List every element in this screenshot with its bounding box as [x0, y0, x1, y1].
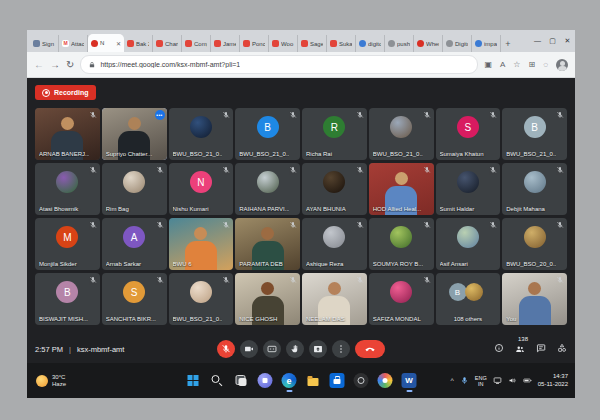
- word-app-icon[interactable]: [402, 373, 417, 388]
- taskview-app-icon[interactable]: [234, 373, 249, 388]
- participant-tile[interactable]: BBISWAJIT MISH...: [35, 273, 100, 325]
- browser-tab[interactable]: Sign i: [30, 35, 59, 52]
- participant-tile[interactable]: AArnab Sarkar: [102, 218, 167, 270]
- participant-tile[interactable]: SSANCHITA BIKR...: [102, 273, 167, 325]
- back-icon[interactable]: ←: [34, 60, 44, 70]
- weather-widget[interactable]: 30°C Haze: [27, 374, 66, 388]
- browser-tab[interactable]: Sukan: [327, 35, 356, 52]
- participant-tile[interactable]: RAIHANA PARVI...: [235, 163, 300, 215]
- participant-tile[interactable]: SOUMYA ROY B...: [369, 218, 434, 270]
- store-app-icon[interactable]: [330, 373, 345, 388]
- participant-tile[interactable]: B108 others: [436, 273, 501, 325]
- volume-icon[interactable]: [508, 376, 517, 385]
- participant-tile[interactable]: Asif Ansari: [436, 218, 501, 270]
- participant-tile[interactable]: NICE GHOSH: [235, 273, 300, 325]
- meeting-code: ksx-mbmf-amt: [77, 345, 125, 354]
- meeting-details-icon[interactable]: [494, 343, 504, 355]
- end-call-button[interactable]: [355, 340, 385, 358]
- participant-tile[interactable]: BBWU_BSO_21_0...: [235, 108, 300, 160]
- mic-muted-icon: [89, 221, 97, 229]
- battery-icon[interactable]: [523, 376, 532, 385]
- minimize-button[interactable]: —: [530, 30, 545, 52]
- participant-tile[interactable]: AYAN BHUNIA: [302, 163, 367, 215]
- mic-muted-icon: [156, 276, 164, 284]
- profile-avatar[interactable]: [556, 59, 568, 71]
- new-tab-button[interactable]: +: [501, 35, 515, 52]
- tile-menu-button[interactable]: •••: [155, 110, 165, 120]
- network-icon[interactable]: [493, 376, 502, 385]
- browser-tab[interactable]: Chark: [153, 35, 182, 52]
- language-indicator[interactable]: ENG IN: [475, 375, 487, 387]
- camera-app-icon[interactable]: [354, 373, 369, 388]
- edge-app-icon[interactable]: [282, 373, 297, 388]
- forward-icon[interactable]: →: [50, 60, 60, 70]
- participant-tile[interactable]: RRicha Rai: [302, 108, 367, 160]
- maximize-button[interactable]: ▢: [545, 30, 560, 52]
- participant-tile[interactable]: SSumaiya Khatun: [436, 108, 501, 160]
- read-aloud-icon[interactable]: A: [500, 61, 505, 69]
- participant-avatar: A: [123, 226, 145, 248]
- browser-tab[interactable]: N✕: [88, 34, 124, 52]
- clock[interactable]: 14:37 05-11-2022: [538, 373, 568, 388]
- mic-muted-icon: [356, 221, 364, 229]
- participant-tile[interactable]: NEELAM DAS: [302, 273, 367, 325]
- participant-tile[interactable]: Ashique Reza: [302, 218, 367, 270]
- split-screen-icon[interactable]: ▣: [484, 61, 492, 69]
- tab-close-icon[interactable]: ✕: [116, 40, 121, 47]
- tray-overflow-icon[interactable]: ^: [451, 377, 454, 384]
- address-bar[interactable]: https://meet.google.com/ksx-mbmf-amt?pli…: [80, 55, 478, 74]
- refresh-icon[interactable]: ↻: [66, 60, 74, 70]
- raise-hand-button[interactable]: [286, 340, 304, 358]
- search-app-icon[interactable]: [210, 373, 225, 388]
- chat-panel-icon[interactable]: [536, 343, 546, 355]
- captions-button[interactable]: [263, 340, 281, 358]
- participant-tile[interactable]: BWU_BSO_21_0...: [169, 108, 234, 160]
- participant-tile[interactable]: BWU_BSO_21_0...: [169, 273, 234, 325]
- photos-app-icon[interactable]: [378, 373, 393, 388]
- favorites-star-icon[interactable]: ☆: [513, 61, 520, 69]
- tray-mic-icon[interactable]: [460, 376, 469, 385]
- participant-tile[interactable]: HOD Allied Heal...: [369, 163, 434, 215]
- people-panel-button[interactable]: 138: [515, 344, 525, 354]
- tab-favicon-icon: [330, 40, 337, 47]
- participant-tile[interactable]: Sumit Haldar: [436, 163, 501, 215]
- browser-tab[interactable]: Sage: [298, 35, 327, 52]
- mic-off-button[interactable]: [217, 340, 235, 358]
- participant-tile[interactable]: BWU_BSO_20_0...: [502, 218, 567, 270]
- files-app-icon[interactable]: [306, 373, 321, 388]
- participant-tile[interactable]: You: [502, 273, 567, 325]
- participant-tile[interactable]: MMonjila Sikder: [35, 218, 100, 270]
- browser-tab[interactable]: digito: [356, 35, 385, 52]
- camera-button[interactable]: [240, 340, 258, 358]
- browser-tab[interactable]: Digitu: [443, 35, 472, 52]
- browser-tab[interactable]: impa: [472, 35, 501, 52]
- browser-tab[interactable]: MAttac: [59, 35, 88, 52]
- participant-tile[interactable]: Atasi Bhowmik: [35, 163, 100, 215]
- collections-icon[interactable]: ⊞: [529, 61, 536, 69]
- participant-tile[interactable]: ARNAB BANERJ...: [35, 108, 100, 160]
- url-text: https://meet.google.com/ksx-mbmf-amt?pli…: [100, 61, 240, 68]
- more-options-button[interactable]: [332, 340, 350, 358]
- extensions-icon[interactable]: ◌: [543, 61, 548, 69]
- browser-tab[interactable]: Jame: [211, 35, 240, 52]
- participant-tile[interactable]: SAFIZA MONDAL: [369, 273, 434, 325]
- participant-tile[interactable]: Debjit Mahana: [502, 163, 567, 215]
- browser-tab[interactable]: pushi: [385, 35, 414, 52]
- media-app-icon[interactable]: [258, 373, 273, 388]
- browser-tab[interactable]: Bak 2: [124, 35, 153, 52]
- participant-tile[interactable]: BWU 6: [169, 218, 234, 270]
- participant-tile[interactable]: Supriyo Chatter...•••: [102, 108, 167, 160]
- participant-tile[interactable]: BWU_BSO_21_0...: [369, 108, 434, 160]
- browser-tab[interactable]: Woo I: [269, 35, 298, 52]
- close-button[interactable]: ✕: [560, 30, 575, 52]
- participant-tile[interactable]: Rim Bag: [102, 163, 167, 215]
- present-button[interactable]: [309, 340, 327, 358]
- browser-tab[interactable]: When: [414, 35, 443, 52]
- participant-tile[interactable]: NNishu Kumari: [169, 163, 234, 215]
- browser-tab[interactable]: Ponca: [240, 35, 269, 52]
- participant-tile[interactable]: PARAMITA DEB: [235, 218, 300, 270]
- browser-tab[interactable]: Comp: [182, 35, 211, 52]
- activities-icon[interactable]: [557, 343, 567, 355]
- participant-tile[interactable]: BBWU_BSO_21_0...: [502, 108, 567, 160]
- start-app-icon[interactable]: [186, 373, 201, 388]
